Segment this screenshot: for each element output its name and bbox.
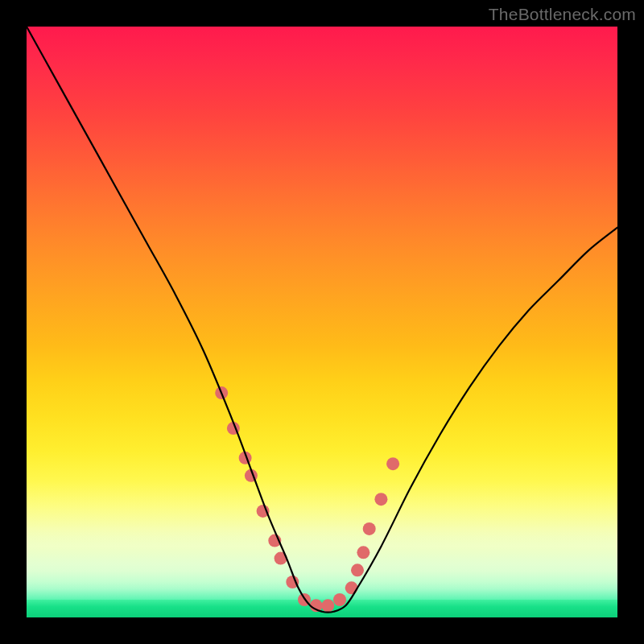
scatter-dot	[374, 493, 387, 506]
scatter-markers	[215, 386, 399, 612]
outer-frame: TheBottleneck.com	[0, 0, 644, 644]
scatter-dot	[345, 581, 358, 594]
plot-area	[27, 27, 617, 617]
scatter-dot	[351, 564, 364, 576]
scatter-dot	[363, 522, 376, 535]
watermark-text: TheBottleneck.com	[489, 5, 636, 24]
scatter-dot	[357, 546, 369, 559]
bottleneck-curve-line	[27, 27, 617, 613]
scatter-dot	[333, 593, 346, 606]
chart-svg	[27, 27, 617, 617]
scatter-dot	[321, 599, 334, 612]
scatter-dot	[386, 457, 399, 470]
